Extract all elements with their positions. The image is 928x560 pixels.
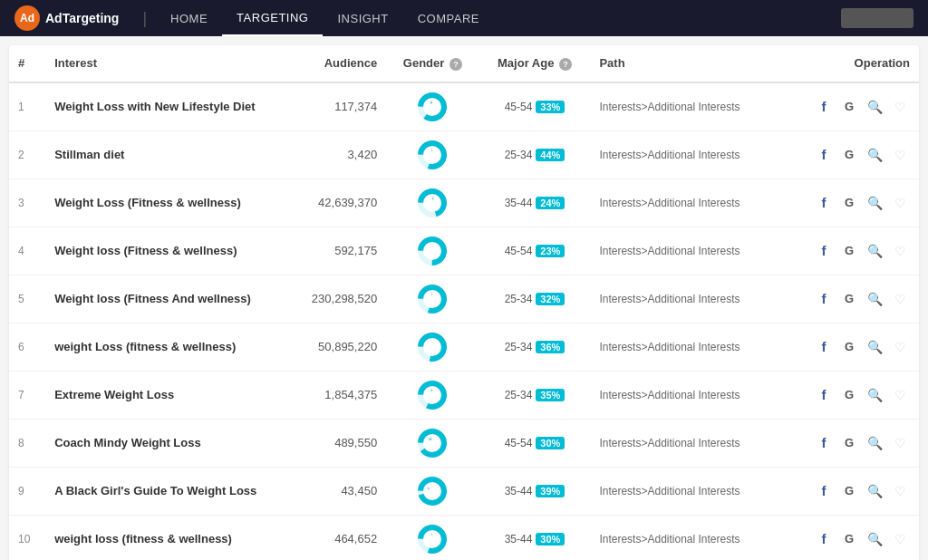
facebook-icon[interactable]: f [814,289,834,309]
google-icon[interactable]: G [839,145,859,165]
row-num: 9 [9,467,45,515]
age-range: 25-34 [505,149,533,161]
user-avatar [841,8,914,28]
search-icon[interactable]: 🔍 [865,481,884,501]
gender-donut [418,92,447,121]
nav-targeting[interactable]: TARGETING [222,0,323,36]
google-icon[interactable]: G [839,289,859,309]
search-icon[interactable]: 🔍 [865,385,884,405]
age-pct-badge: 36% [536,341,565,353]
logo: Ad AdTargeting [14,5,119,31]
search-icon[interactable]: 🔍 [865,145,884,165]
heart-icon[interactable]: ♡ [890,145,910,165]
table-row: 5 Weight loss (Fitness And wellness) 230… [9,275,919,323]
row-operation: f G 🔍 ♡ [781,227,919,275]
age-cell: 45-54 30% [488,437,582,449]
heart-icon[interactable]: ♡ [890,193,910,213]
row-audience: 117,374 [285,82,386,131]
row-audience: 592,175 [285,227,386,275]
google-icon[interactable]: G [839,385,859,405]
age-info-icon[interactable]: ? [559,58,572,71]
operation-icons: f G 🔍 ♡ [790,529,910,549]
main-content: # Interest Audience Gender ? Major Age ?… [9,45,919,560]
google-icon[interactable]: G [839,433,859,453]
search-icon[interactable]: 🔍 [865,241,884,261]
row-gender [386,371,478,419]
operation-icons: f G 🔍 ♡ [790,97,910,117]
nav-compare[interactable]: COMPARE [403,0,494,36]
row-gender [386,179,478,227]
row-audience: 230,298,520 [285,275,386,323]
row-operation: f G 🔍 ♡ [781,323,919,371]
facebook-icon[interactable]: f [814,97,834,117]
facebook-icon[interactable]: f [814,193,834,213]
age-cell: 25-34 35% [488,389,582,401]
row-num: 10 [9,515,45,560]
row-num: 6 [9,323,45,371]
row-gender [386,419,478,467]
row-interest: weight loss (fitness & wellness) [45,515,285,560]
facebook-icon[interactable]: f [814,481,834,501]
age-pct-badge: 32% [536,293,565,305]
facebook-icon[interactable]: f [814,145,834,165]
google-icon[interactable]: G [839,529,859,549]
facebook-icon[interactable]: f [814,529,834,549]
heart-icon[interactable]: ♡ [890,481,910,501]
heart-icon[interactable]: ♡ [890,433,910,453]
operation-icons: f G 🔍 ♡ [790,241,910,261]
age-pct-badge: 33% [536,101,565,113]
row-path: Interests>Additional Interests [590,371,781,419]
facebook-icon[interactable]: f [814,385,834,405]
age-range: 25-34 [505,389,533,401]
row-audience: 489,550 [285,419,386,467]
nav-home[interactable]: HOME [156,0,222,36]
google-icon[interactable]: G [839,193,859,213]
search-icon[interactable]: 🔍 [865,337,884,357]
heart-icon[interactable]: ♡ [890,289,910,309]
facebook-icon[interactable]: f [814,337,834,357]
interest-table: # Interest Audience Gender ? Major Age ?… [9,45,919,560]
search-icon[interactable]: 🔍 [865,289,884,309]
search-icon[interactable]: 🔍 [865,433,884,453]
facebook-icon[interactable]: f [814,433,834,453]
age-cell: 25-34 32% [488,293,582,305]
row-gender [386,82,478,131]
heart-icon[interactable]: ♡ [890,97,910,117]
search-icon[interactable]: 🔍 [865,193,884,213]
age-pct-badge: 44% [536,149,565,161]
age-range: 35-44 [505,485,533,497]
heart-icon[interactable]: ♡ [890,241,910,261]
col-operation: Operation [781,45,919,82]
nav-insight[interactable]: INSIGHT [323,0,402,36]
row-operation: f G 🔍 ♡ [781,275,919,323]
age-range: 45-54 [505,245,533,257]
google-icon[interactable]: G [839,337,859,357]
google-icon[interactable]: G [839,97,859,117]
row-interest: A Black Girl's Guide To Weight Loss [45,467,285,515]
operation-icons: f G 🔍 ♡ [790,385,910,405]
table-row: 7 Extreme Weight Loss 1,854,375 25-34 35… [9,371,919,419]
row-operation: f G 🔍 ♡ [781,515,919,560]
nav-right [841,8,914,28]
row-operation: f G 🔍 ♡ [781,467,919,515]
row-major-age: 45-54 23% [479,227,591,275]
row-path: Interests>Additional Interests [590,179,781,227]
row-audience: 50,895,220 [285,323,386,371]
operation-icons: f G 🔍 ♡ [790,193,910,213]
row-major-age: 45-54 30% [479,419,591,467]
search-icon[interactable]: 🔍 [865,529,884,549]
heart-icon[interactable]: ♡ [890,337,910,357]
heart-icon[interactable]: ♡ [890,529,910,549]
row-major-age: 25-34 32% [479,275,591,323]
gender-donut [418,525,447,554]
gender-info-icon[interactable]: ? [450,58,462,71]
google-icon[interactable]: G [839,481,859,501]
facebook-icon[interactable]: f [814,241,834,261]
google-icon[interactable]: G [839,241,859,261]
search-icon[interactable]: 🔍 [865,97,884,117]
age-range: 45-54 [505,437,533,449]
gender-donut [418,429,447,458]
heart-icon[interactable]: ♡ [890,385,910,405]
operation-icons: f G 🔍 ♡ [790,433,910,453]
gender-donut-wrap [395,525,469,554]
